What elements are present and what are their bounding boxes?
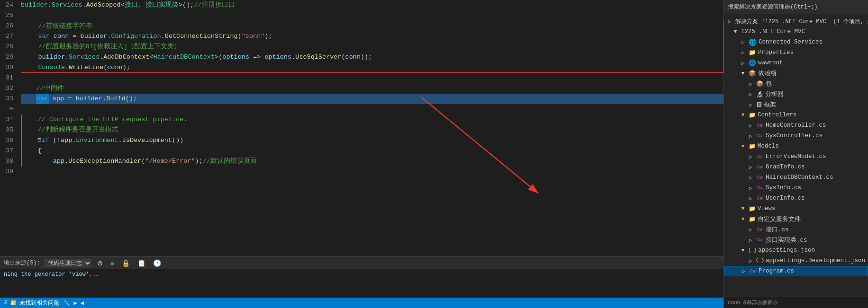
userinfo-cs-icon: C# <box>756 194 764 202</box>
output-text: ning the generator 'view'... <box>4 271 99 278</box>
properties-folder-icon: 📁 <box>749 49 756 56</box>
gradinfo-label: GradInfo.cs <box>766 164 805 170</box>
tree-item-framework[interactable]: ▷ 🖼 框架 <box>724 99 868 110</box>
code-line-26: //获取链接字符串 <box>21 21 723 31</box>
code-editor: 24 25 26 27 28 29 30 31 32 33 ⊙ 34 35 36… <box>0 0 723 256</box>
customservice-label: 自定义服务文件 <box>758 215 801 223</box>
copy-button[interactable]: 📋 <box>136 258 147 268</box>
code-line-24: builder.Services.AddScoped<接口, 接口实现类>();… <box>21 0 723 10</box>
tree-item-interface[interactable]: ▷ C# 接口.cs <box>724 224 868 235</box>
watermark: CSDN @慕苏亦酥麻亦 <box>724 297 868 308</box>
models-folder-icon: ▼ <box>739 142 747 150</box>
errorviewmodel-cs-icon: C# <box>756 153 764 160</box>
views-label: Views <box>758 205 776 212</box>
status-warning: 未找到相关问题 <box>19 299 59 307</box>
connected-services-label: Connected Services <box>759 39 823 45</box>
tree-item-appsettings[interactable]: ▼ { } appsettings.json <box>724 245 868 255</box>
impl-cs-icon: C# <box>756 236 764 244</box>
time-button[interactable]: 🕐 <box>151 258 163 268</box>
haircutdbcontext-label: HaircutDBContext.cs <box>766 174 833 181</box>
sidebar-header: 搜索解决方案资源管理器(Ctrl+;) <box>724 0 868 14</box>
views-icon: 📁 <box>749 205 756 212</box>
errorviewmodel-label: ErrorViewModel.cs <box>766 153 826 160</box>
tree-item-sysinfo[interactable]: ▷ C# SysInfo.cs <box>724 183 868 193</box>
clear-button[interactable]: ⊘ <box>95 258 105 268</box>
deps-label: 依赖项 <box>758 70 777 78</box>
status-bar: % ⊙ 未找到相关问题 🔧 ▶ ◀ <box>0 298 723 308</box>
tree-item-homecontroller[interactable]: ▷ C# HomeController.cs <box>724 120 868 131</box>
code-line-34 <box>21 104 723 114</box>
tree-item-connected-services[interactable]: ▷ 🌐 Connected Services <box>724 37 868 47</box>
tree-item-project[interactable]: ▼ 1225 .NET Core MVC <box>724 26 868 37</box>
code-line-25 <box>21 10 723 21</box>
tree-item-pkg[interactable]: ▷ 📦 包 <box>724 79 868 89</box>
tree-item-appsettings-dev[interactable]: ▷ { } appsettings.Development.json <box>724 255 868 266</box>
tree-item-errorviewmodel[interactable]: ▷ C# ErrorViewModel.cs <box>724 151 868 162</box>
tree-item-properties[interactable]: ▷ 📁 Properties <box>724 47 868 58</box>
project-label: 1225 .NET Core MVC <box>741 28 805 35</box>
wwwroot-icon: ▷ <box>739 59 747 67</box>
output-source-select[interactable]: 代码生成日志 <box>44 259 91 267</box>
syscontroller-label: SysController.cs <box>766 132 823 139</box>
wwwroot-label: wwwroot <box>758 60 783 66</box>
impl-expand-icon: ▷ <box>747 236 754 244</box>
tree-item-analyzer[interactable]: ▷ 🔬 分析器 <box>724 89 868 99</box>
solution-explorer: 搜索解决方案资源管理器(Ctrl+;) ▷ 解决方案 '1225 .NET Co… <box>723 0 868 308</box>
views-folder-icon: ▼ <box>739 205 747 212</box>
connected-services-icon: ▷ <box>739 38 747 46</box>
status-percent: % <box>4 299 7 306</box>
errorviewmodel-expand-icon: ▷ <box>747 153 754 160</box>
analyzer-label: 分析器 <box>765 90 784 98</box>
appsettings-dev-json-icon: { } <box>756 257 764 264</box>
code-line-39: app.UseExceptionHandler("/Home/Error");/… <box>21 156 723 167</box>
tree-item-models[interactable]: ▼ 📁 Models <box>724 141 868 151</box>
interface-cs-icon: C# <box>756 226 764 233</box>
homecontroller-label: HomeController.cs <box>766 122 826 129</box>
tree-item-gradinfo[interactable]: ▷ C# GradInfo.cs <box>724 162 868 172</box>
tree-item-syscontroller[interactable]: ▷ C# SysController.cs <box>724 131 868 141</box>
analyzer-icon: ▷ <box>747 90 754 98</box>
deps-folder-icon: 📦 <box>749 70 756 77</box>
impl-label: 接口实现类.cs <box>766 236 807 244</box>
tree-item-impl[interactable]: ▷ C# 接口实现类.cs <box>724 235 868 245</box>
editor-wrapper: 24 25 26 27 28 29 30 31 32 33 ⊙ 34 35 36… <box>0 0 723 308</box>
sysinfo-label: SysInfo.cs <box>766 185 801 191</box>
wrap-button[interactable]: ≡ <box>108 258 116 268</box>
code-line-30: Console.WriteLine(conn); <box>21 62 723 73</box>
tree-item-deps[interactable]: ▼ 📦 依赖项 <box>724 68 868 79</box>
framework-icon-symbol: 🖼 <box>756 101 762 108</box>
status-dot: ⊙ <box>11 300 16 305</box>
tree-item-controllers[interactable]: ▼ 📁 Controllers <box>724 110 868 120</box>
tree-item-haircutdbcontext[interactable]: ▷ C# HaircutDBContext.cs <box>724 172 868 183</box>
program-cs-icon: C# <box>749 267 757 275</box>
connected-icon-globe: 🌐 <box>749 38 757 46</box>
tree-item-views[interactable]: ▼ 📁 Views <box>724 203 868 214</box>
lock-button[interactable]: 🔒 <box>120 258 132 268</box>
pkg-label: 包 <box>766 80 772 88</box>
tree-item-solution[interactable]: ▷ 解决方案 '1225 .NET Core MVC' (1 个项目, 共... <box>724 16 868 26</box>
output-source-label: 输出来源(S): <box>4 259 40 267</box>
syscontroller-cs-icon: C# <box>756 132 764 140</box>
code-line-29: builder.Services.AddDbContext<HaircutDBC… <box>21 52 723 62</box>
tree-item-userinfo[interactable]: ▷ C# UserInfo.cs <box>724 193 868 203</box>
controllers-label: Controllers <box>758 112 797 118</box>
appsettings-json-icon: { } <box>749 246 756 254</box>
homecontroller-cs-icon: C# <box>756 122 764 129</box>
sysinfo-cs-icon: C# <box>756 184 764 192</box>
tree-item-program[interactable]: ▷ C# Program.cs <box>724 266 868 276</box>
analyzer-icon-symbol: 🔬 <box>756 91 763 98</box>
syscontroller-expand-icon: ▷ <box>747 132 754 140</box>
code-line-35: // Configure the HTTP request pipeline. <box>21 114 723 125</box>
pkg-box-icon: 📦 <box>756 80 764 88</box>
properties-icon: ▷ <box>739 49 747 56</box>
customservice-folder-icon: ▼ <box>739 215 747 223</box>
output-toolbar: 输出来源(S): 代码生成日志 ⊘ ≡ 🔒 📋 🕐 <box>0 257 723 269</box>
gradinfo-cs-icon: C# <box>756 163 764 171</box>
interface-expand-icon: ▷ <box>747 226 754 233</box>
appsettings-dev-expand-icon: ▷ <box>747 257 754 264</box>
tree-item-customservice[interactable]: ▼ 📁 自定义服务文件 <box>724 214 868 224</box>
customservice-icon: 📁 <box>749 216 756 223</box>
wwwroot-globe-icon: 🌐 <box>749 59 756 67</box>
tree-item-wwwroot[interactable]: ▷ 🌐 wwwroot <box>724 58 868 68</box>
models-label: Models <box>758 143 779 150</box>
